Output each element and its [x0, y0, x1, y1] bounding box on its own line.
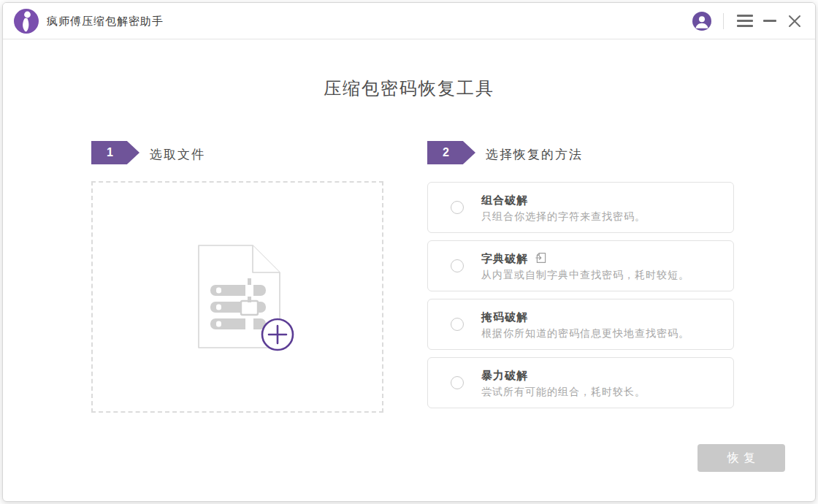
step-2-number: 2 — [443, 146, 449, 159]
method-description: 根据你所知道的密码信息更快地查找密码。 — [481, 328, 689, 338]
method-title: 组合破解 — [481, 194, 528, 205]
step-1-number: 1 — [107, 146, 113, 159]
radio-dictionary[interactable] — [451, 259, 464, 272]
titlebar-divider — [723, 13, 724, 29]
recover-button[interactable]: 恢复 — [697, 444, 785, 472]
method-title: 掩码破解 — [481, 311, 528, 322]
step-2-badge: 2 — [427, 141, 475, 164]
method-description: 从内置或自制字典中查找密码，耗时较短。 — [481, 270, 689, 280]
method-card-brute-force[interactable]: 暴力破解 尝试所有可能的组合，耗时较长。 — [427, 357, 734, 408]
app-title: 疯师傅压缩包解密助手 — [47, 3, 164, 39]
app-window: 疯师傅压缩包解密助手 压缩包密码恢复工具 1 — [2, 2, 816, 502]
brand-logo-icon — [13, 8, 39, 34]
file-drop-zone[interactable] — [91, 181, 383, 413]
method-text: 暴力破解 尝试所有可能的组合，耗时较长。 — [481, 370, 646, 397]
user-account-icon[interactable] — [688, 3, 716, 39]
hamburger-menu-icon[interactable] — [732, 3, 758, 39]
step-2-label: 选择恢复的方法 — [486, 146, 583, 163]
plus-icon[interactable] — [260, 317, 295, 352]
step-1-label: 选取文件 — [150, 146, 205, 163]
minimize-icon[interactable] — [758, 3, 781, 39]
method-card-mask[interactable]: 掩码破解 根据你所知道的密码信息更快地查找密码。 — [427, 299, 734, 350]
titlebar: 疯师傅压缩包解密助手 — [3, 3, 815, 39]
page-title: 压缩包密码恢复工具 — [3, 77, 815, 100]
radio-mask[interactable] — [451, 318, 464, 331]
step-1-badge: 1 — [91, 141, 139, 164]
method-card-dictionary[interactable]: 字典破解 从内置或自制字典中查找密码，耗时较短。 — [427, 240, 734, 291]
method-description: 只组合你选择的字符来查找密码。 — [481, 211, 646, 221]
radio-combination[interactable] — [451, 201, 464, 214]
method-description: 尝试所有可能的组合，耗时较长。 — [481, 386, 646, 397]
close-icon[interactable] — [781, 3, 808, 39]
method-card-combination[interactable]: 组合破解 只组合你选择的字符来查找密码。 — [427, 182, 734, 233]
method-title: 字典破解 — [481, 253, 528, 264]
radio-brute-force[interactable] — [451, 376, 464, 389]
method-text: 字典破解 从内置或自制字典中查找密码，耗时较短。 — [481, 252, 689, 280]
method-title: 暴力破解 — [481, 370, 528, 381]
method-text: 组合破解 只组合你选择的字符来查找密码。 — [481, 194, 646, 221]
import-dictionary-icon[interactable] — [535, 252, 547, 264]
method-text: 掩码破解 根据你所知道的密码信息更快地查找密码。 — [481, 311, 689, 338]
